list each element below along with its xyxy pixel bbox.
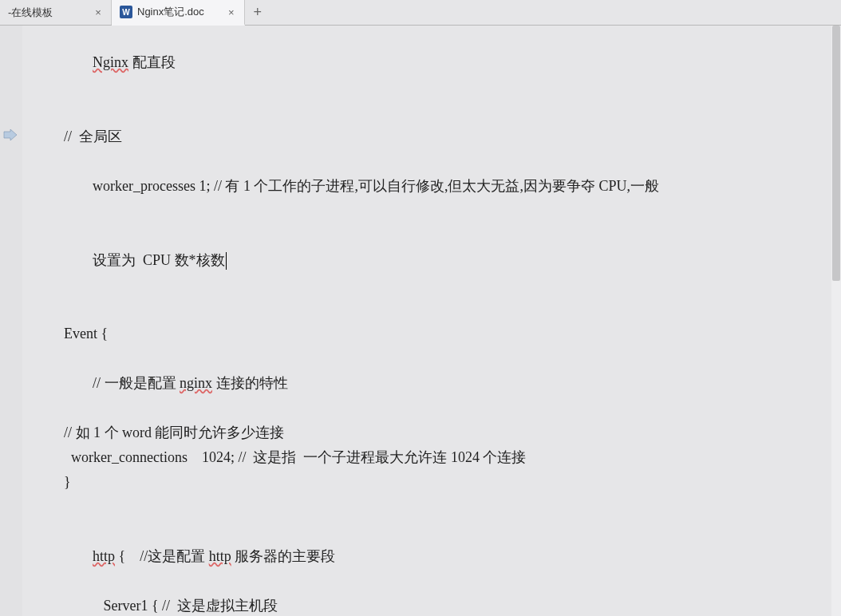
blank-line <box>64 297 800 322</box>
doc-text: worker_processes 1; <box>93 178 210 194</box>
doc-text-underlined: http <box>209 548 231 564</box>
doc-line: worker_connections 1024; // 这是指 一个子进程最大允… <box>64 445 800 470</box>
tab-bar: -在线模板 × W Nginx笔记.doc × + <box>0 0 841 26</box>
text-cursor <box>226 252 227 270</box>
doc-text-underlined: http <box>93 548 115 564</box>
tab-nginx-doc[interactable]: W Nginx笔记.doc × <box>112 0 245 26</box>
doc-line: // 如 1 个 word 能同时允许多少连接 <box>64 421 800 445</box>
tab-label: Nginx笔记.doc <box>137 5 204 19</box>
close-icon[interactable]: × <box>225 6 238 18</box>
vertical-scrollbar[interactable] <box>831 26 841 616</box>
document-viewport: Nginx 配直段 // 全局区 worker_processes 1; // … <box>22 26 831 616</box>
doc-line: // 全局区 <box>64 124 800 149</box>
blank-line <box>64 495 800 519</box>
word-doc-icon: W <box>120 6 132 18</box>
doc-line: Server1 { // 这是虚拟主机段 <box>64 594 800 616</box>
document-page[interactable]: Nginx 配直段 // 全局区 worker_processes 1; // … <box>22 26 831 616</box>
doc-text: // 一般是配置 <box>93 375 180 391</box>
doc-line: } <box>64 470 800 495</box>
doc-text-underlined: nginx <box>180 375 212 391</box>
doc-text: 连接的特性 <box>212 375 288 391</box>
plus-icon: + <box>254 4 263 21</box>
tab-label: -在线模板 <box>8 6 71 20</box>
document-body: Nginx 配直段 // 全局区 worker_processes 1; // … <box>64 26 800 616</box>
tab-online-templates[interactable]: -在线模板 × <box>0 0 112 25</box>
doc-text: 配直段 <box>128 54 176 70</box>
doc-text: Nginx <box>93 54 128 70</box>
gutter-marker-icon <box>3 129 18 140</box>
doc-text: 服务器的主要段 <box>231 548 336 564</box>
doc-text: 设置为 CPU 数*核数 <box>93 252 225 268</box>
doc-text: // 有 1 个工作的子进程,可以自行修改,但太大无益,因为要争夺 CPU,一般 <box>210 178 659 194</box>
scrollbar-thumb[interactable] <box>832 26 840 281</box>
close-icon[interactable]: × <box>92 6 105 19</box>
doc-line: Event { <box>64 322 800 346</box>
blank-line <box>64 100 800 124</box>
doc-text: { //这是配置 <box>115 548 209 564</box>
left-gutter <box>0 26 22 616</box>
new-tab-button[interactable]: + <box>245 0 270 25</box>
